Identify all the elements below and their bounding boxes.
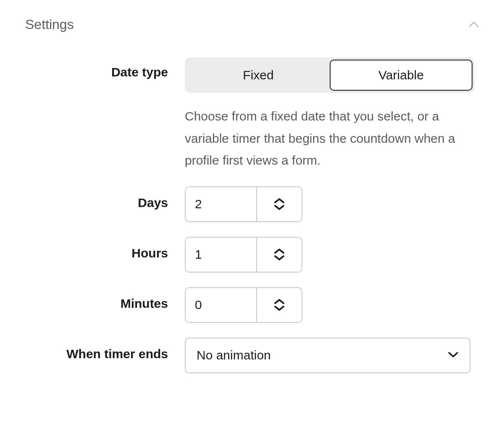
chevron-up-icon[interactable] — [469, 20, 479, 29]
days-stepper[interactable] — [256, 187, 302, 221]
days-input[interactable] — [186, 187, 256, 221]
hours-label: Hours — [25, 237, 185, 260]
when-timer-ends-control: No animation — [185, 338, 479, 373]
hours-stepper-up-icon[interactable] — [273, 248, 285, 254]
days-stepper-down-icon[interactable] — [273, 204, 285, 211]
when-timer-ends-label: When timer ends — [25, 338, 185, 361]
when-timer-ends-select[interactable]: No animation — [185, 338, 470, 373]
settings-header[interactable]: Settings — [25, 17, 479, 32]
minutes-stepper[interactable] — [256, 288, 302, 322]
minutes-row: Minutes — [25, 287, 479, 323]
minutes-stepper-down-icon[interactable] — [273, 305, 285, 312]
minutes-label: Minutes — [25, 287, 185, 311]
days-stepper-up-icon[interactable] — [273, 197, 285, 204]
date-type-label: Date type — [25, 58, 185, 79]
when-timer-ends-value: No animation — [197, 348, 448, 362]
minutes-input[interactable] — [186, 288, 256, 322]
days-label: Days — [25, 186, 185, 210]
date-type-help-text: Choose from a fixed date that you select… — [185, 105, 470, 172]
minutes-control — [185, 287, 479, 323]
days-input-wrapper — [185, 186, 302, 222]
minutes-stepper-up-icon[interactable] — [273, 298, 285, 305]
hours-stepper-down-icon[interactable] — [273, 254, 285, 261]
days-row: Days — [25, 186, 479, 222]
days-control — [185, 186, 479, 222]
hours-row: Hours — [25, 237, 479, 273]
date-type-control: Fixed Variable Choose from a fixed date … — [185, 58, 479, 172]
hours-input-wrapper — [185, 237, 302, 273]
minutes-input-wrapper — [185, 287, 302, 323]
when-timer-ends-row: When timer ends No animation — [25, 338, 479, 373]
date-type-segmented-control: Fixed Variable — [185, 58, 475, 93]
hours-stepper[interactable] — [256, 238, 302, 272]
settings-title: Settings — [25, 17, 74, 32]
hours-control — [185, 237, 479, 273]
hours-input[interactable] — [186, 238, 256, 272]
chevron-down-icon — [448, 351, 459, 359]
date-type-row: Date type Fixed Variable Choose from a f… — [25, 58, 479, 172]
date-type-fixed-option[interactable]: Fixed — [187, 60, 330, 91]
date-type-variable-option[interactable]: Variable — [330, 60, 472, 91]
